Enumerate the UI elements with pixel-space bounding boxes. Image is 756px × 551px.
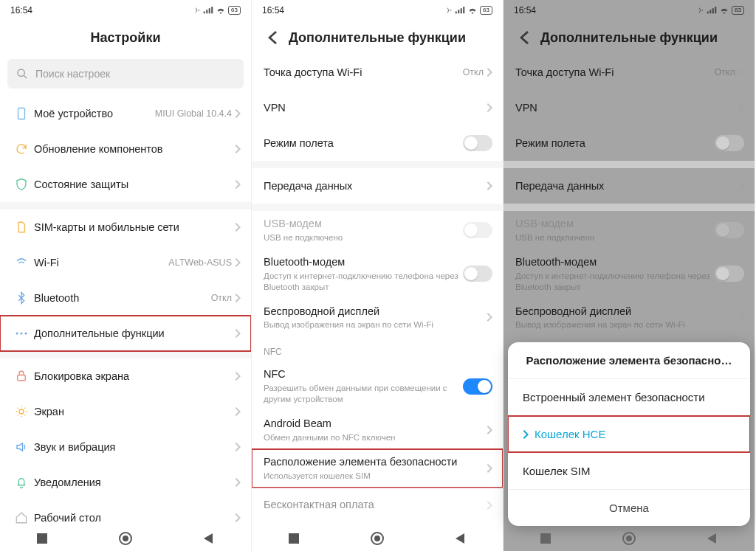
- home-icon: [9, 511, 34, 524]
- toggle-bt[interactable]: [463, 266, 492, 282]
- screen-settings: 16:54 63 Настройки Поиск настроек Моё ус…: [0, 0, 252, 551]
- signal-icon: [455, 7, 465, 14]
- row-display[interactable]: Экран: [0, 394, 251, 429]
- wifi-icon: [467, 7, 478, 14]
- nav-recent[interactable]: [27, 533, 57, 544]
- more-icon: [9, 331, 34, 336]
- svg-point-9: [123, 536, 128, 541]
- nav-back[interactable]: [698, 533, 727, 544]
- status-bar: 16:54 63: [504, 0, 755, 21]
- phone-icon: [9, 107, 34, 120]
- svg-point-4: [25, 333, 27, 335]
- bluetooth-icon: [9, 291, 34, 305]
- dialog-title: Расположение элемента безопасно…: [508, 342, 750, 378]
- svg-point-3: [21, 333, 23, 335]
- svg-point-12: [374, 536, 380, 541]
- option-sim-wallet[interactable]: Кошелек SIM: [508, 452, 750, 489]
- row-nfc[interactable]: NFC Разрешить обмен данными при совмещен…: [252, 361, 503, 411]
- row-additional-functions[interactable]: Дополнительные функции: [0, 316, 251, 351]
- nav-back[interactable]: [194, 533, 224, 544]
- refresh-icon: [9, 142, 34, 156]
- nav-back[interactable]: [446, 533, 475, 544]
- speaker-icon: [9, 440, 34, 454]
- section-nfc: NFC: [252, 336, 503, 361]
- svg-rect-5: [18, 375, 26, 381]
- svg-rect-1: [18, 108, 25, 119]
- bell-icon: [9, 476, 34, 489]
- status-icons: 63: [193, 6, 241, 15]
- svg-point-15: [626, 536, 632, 541]
- wifi-icon: [216, 7, 226, 14]
- additional-list: Точка доступа Wi-Fi Откл VPN Режим полет…: [252, 55, 503, 551]
- svg-rect-7: [37, 533, 47, 544]
- row-bluetooth[interactable]: Bluetooth Откл: [0, 280, 251, 316]
- row-security-element[interactable]: Расположение элемента безопасности Испол…: [252, 449, 503, 488]
- row-vpn[interactable]: VPN: [252, 90, 503, 125]
- toggle-nfc[interactable]: [463, 378, 492, 395]
- option-builtin[interactable]: Встроенный элемент безопасности: [508, 378, 750, 415]
- row-security[interactable]: Состояние защиты: [0, 167, 251, 202]
- row-lockscreen[interactable]: Блокировка экрана: [0, 358, 251, 394]
- sim-icon: [9, 221, 34, 234]
- lock-icon: [9, 370, 34, 383]
- nav-home[interactable]: [362, 532, 392, 545]
- row-data[interactable]: Передача данных: [252, 168, 503, 204]
- row-wifi[interactable]: Wi-Fi ALTWeb-ASUS: [0, 245, 251, 280]
- svg-point-2: [16, 333, 18, 335]
- row-my-device[interactable]: Моё устройство MIUI Global 10.4.4: [0, 96, 251, 131]
- nav-recent[interactable]: [531, 533, 560, 544]
- row-wireless-display[interactable]: Беспроводной дисплей Вывод изображения н…: [252, 299, 503, 337]
- chevron-right-icon: [235, 109, 241, 118]
- row-android-beam[interactable]: Android Beam Обмен данными по NFC включе…: [252, 411, 503, 449]
- row-wifi-ap[interactable]: Точка доступа Wi-Fi Откл: [252, 55, 503, 90]
- nav-bar: [252, 526, 503, 551]
- row-airplane[interactable]: Режим полета: [252, 125, 503, 161]
- row-usb-modem: USB-модем USB не подключено: [252, 211, 503, 249]
- svg-rect-13: [540, 533, 551, 544]
- row-notifications[interactable]: Уведомления: [0, 465, 251, 500]
- svg-point-6: [19, 409, 24, 414]
- page-title: Настройки: [0, 21, 251, 55]
- security-element-dialog: Расположение элемента безопасно… Встроен…: [508, 342, 750, 526]
- nav-recent[interactable]: [279, 533, 309, 544]
- shield-icon: [9, 178, 34, 191]
- screen-additional: 16:54 63 Дополнительные функции Точка до…: [252, 0, 504, 551]
- signal-icon: [203, 7, 213, 14]
- sun-icon: [9, 405, 34, 418]
- chevron-right-icon: [523, 430, 529, 439]
- nav-bar: [504, 526, 755, 551]
- toggle-usb: [463, 222, 492, 238]
- screen-additional-dialog: 16:54 63 Дополнительные функции Точка до…: [504, 0, 755, 551]
- svg-point-0: [18, 69, 24, 76]
- row-bt-modem[interactable]: Bluetooth-модем Доступ к интернет-подклю…: [252, 249, 503, 299]
- search-input[interactable]: Поиск настроек: [7, 59, 244, 89]
- nav-bar: [0, 526, 251, 551]
- nav-home[interactable]: [111, 532, 140, 545]
- chevron-left-icon: [268, 31, 277, 44]
- row-contactless-payment[interactable]: Бесконтактная оплата: [252, 488, 503, 523]
- nav-home[interactable]: [614, 532, 644, 545]
- page-title: Дополнительные функции: [252, 21, 503, 55]
- option-hce-wallet[interactable]: Кошелек HCE: [508, 415, 750, 452]
- toggle-airplane[interactable]: [463, 135, 492, 151]
- row-updates[interactable]: Обновление компонентов: [0, 131, 251, 167]
- status-bar: 16:54 63: [252, 0, 503, 21]
- row-sim[interactable]: SIM-карты и мобильные сети: [0, 209, 251, 245]
- battery-icon: 63: [228, 6, 241, 15]
- wifi-icon: [9, 256, 34, 269]
- svg-rect-10: [289, 533, 299, 544]
- settings-list: Моё устройство MIUI Global 10.4.4 Обновл…: [0, 96, 251, 551]
- status-time: 16:54: [10, 5, 32, 15]
- search-icon: [16, 68, 28, 80]
- status-bar: 16:54 63: [0, 0, 251, 21]
- row-sound[interactable]: Звук и вибрация: [0, 429, 251, 465]
- cancel-button[interactable]: Отмена: [508, 489, 750, 526]
- back-button[interactable]: [259, 21, 286, 55]
- back-button[interactable]: [511, 21, 537, 55]
